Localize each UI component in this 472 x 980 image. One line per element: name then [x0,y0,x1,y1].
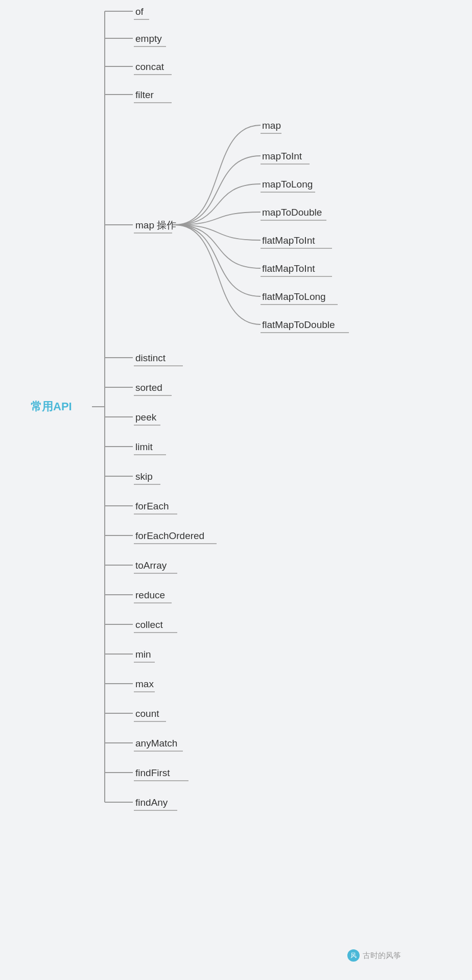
svg-point-82 [347,949,360,962]
svg-text:distinct: distinct [135,353,166,363]
svg-text:古时的风筝: 古时的风筝 [363,951,401,960]
svg-text:of: of [135,6,144,17]
svg-text:empty: empty [135,33,162,44]
svg-text:peek: peek [135,412,157,423]
svg-text:skip: skip [135,471,153,482]
svg-text:limit: limit [135,441,153,452]
svg-text:map 操作: map 操作 [135,220,176,230]
svg-text:风: 风 [350,952,357,959]
svg-text:mapToLong: mapToLong [262,179,313,190]
svg-text:flatMapToDouble: flatMapToDouble [262,319,335,330]
svg-text:sorted: sorted [135,382,162,393]
svg-text:findFirst: findFirst [135,767,170,778]
svg-text:map: map [262,120,281,131]
svg-text:常用API: 常用API [31,400,72,413]
svg-text:mapToDouble: mapToDouble [262,207,322,218]
svg-text:forEach: forEach [135,501,169,511]
svg-text:findAny: findAny [135,797,168,808]
svg-text:anyMatch: anyMatch [135,738,177,749]
svg-text:concat: concat [135,61,164,72]
svg-text:flatMapToLong: flatMapToLong [262,291,326,302]
svg-text:count: count [135,708,159,719]
svg-text:filter: filter [135,89,154,100]
diagram-svg: 常用APIofemptyconcatfilterdistinctsortedpe… [0,0,472,980]
svg-text:collect: collect [135,619,163,630]
svg-text:forEachOrdered: forEachOrdered [135,530,204,541]
svg-text:flatMapToInt: flatMapToInt [262,263,315,274]
svg-text:max: max [135,679,154,689]
svg-text:flatMapToInt: flatMapToInt [262,235,315,246]
svg-text:toArray: toArray [135,560,167,571]
svg-text:mapToInt: mapToInt [262,151,302,161]
diagram-container: 常用APIofemptyconcatfilterdistinctsortedpe… [0,0,472,980]
svg-text:reduce: reduce [135,590,165,600]
svg-text:min: min [135,649,151,660]
